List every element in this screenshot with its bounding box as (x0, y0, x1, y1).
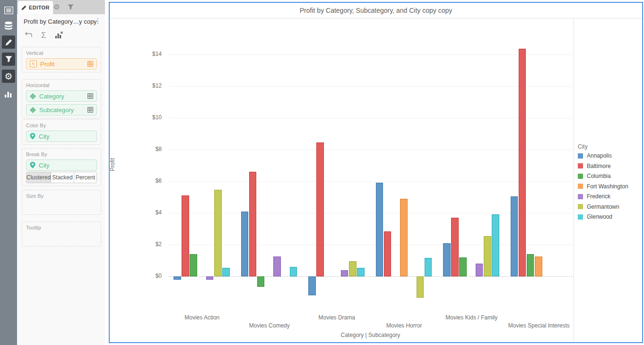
x-axis-title: Category | Subcategory (341, 332, 400, 338)
bar-glenwood-1[interactable] (222, 268, 230, 276)
chart-type-remove-icon[interactable] (55, 31, 63, 40)
grid-table-icon[interactable] (87, 93, 93, 99)
x-category-label: Movies Kids / Family (431, 314, 512, 321)
data-sources-icon[interactable] (0, 19, 17, 32)
settings-gear-icon[interactable]: ⚙ (2, 70, 15, 83)
tab-widget-filters[interactable] (64, 0, 77, 14)
legend-swatch (578, 163, 583, 168)
field-chip-city-break[interactable]: City (26, 159, 97, 171)
x-category-label: Movies Action (162, 314, 242, 321)
bar-columbia-5[interactable] (459, 257, 467, 276)
x-category-label: Movies Drama (296, 314, 377, 321)
zero-baseline (168, 276, 573, 277)
chart-icon[interactable] (0, 87, 17, 100)
bar-germantown-4[interactable] (417, 276, 424, 298)
legend-label: Columbia (587, 173, 611, 179)
field-chip-category[interactable]: Category (26, 90, 97, 102)
bar-glenwood-5[interactable] (492, 214, 499, 276)
left-icon-rail: ⚙ (0, 0, 17, 345)
legend-item-glenwood[interactable]: Glenwood (578, 213, 612, 220)
filter-icon[interactable] (2, 53, 15, 66)
y-tick-label: $8 (133, 146, 162, 152)
legend-item-germantown[interactable]: Germantown (578, 203, 619, 210)
bar-glenwood-4[interactable] (425, 258, 432, 276)
gridline (168, 150, 573, 150)
bar-annapolis-3[interactable] (308, 276, 316, 295)
gridline (168, 54, 573, 55)
grid-table-icon[interactable] (87, 61, 93, 67)
y-tick-label: $4 (133, 209, 162, 216)
bar-baltimore-5[interactable] (451, 218, 459, 276)
edit-pencil-icon[interactable] (2, 35, 15, 49)
undo-arrow-icon[interactable] (25, 31, 33, 40)
bar-baltimore-6[interactable] (519, 49, 526, 276)
bar-glenwood-3[interactable] (357, 268, 365, 276)
field-chip-profit[interactable]: fx Profit (26, 58, 97, 70)
bar-fort-washington-6[interactable] (535, 257, 542, 276)
mode-percent[interactable]: Percent (74, 172, 96, 183)
bar-baltimore-1[interactable] (182, 195, 189, 276)
bar-baltimore-2[interactable] (249, 172, 257, 276)
bar-columbia-1[interactable] (190, 254, 197, 276)
legend-item-annapolis[interactable]: Annapolis (578, 152, 612, 159)
y-tick-label: $10 (133, 114, 162, 121)
legend-title: City (578, 143, 588, 150)
section-size-by[interactable]: Size By (22, 190, 101, 215)
field-chip-city-color[interactable]: City (26, 131, 97, 142)
mode-clustered[interactable]: Clustered (26, 172, 51, 183)
y-tick-label: $12 (133, 82, 162, 89)
bar-columbia-6[interactable] (527, 254, 534, 276)
legend-item-frederick[interactable]: Frederick (578, 193, 610, 200)
bar-fort-washington-4[interactable] (400, 199, 408, 276)
legend-item-baltimore[interactable]: Baltimore (578, 163, 611, 169)
tab-editor[interactable]: EDITOR (18, 1, 53, 14)
y-axis-title: Profit (109, 158, 116, 171)
gridline (168, 86, 573, 87)
section-label: Color By (26, 123, 97, 128)
legend-swatch (578, 194, 583, 199)
section-color-by: Color By City (22, 119, 101, 145)
legend-swatch (578, 214, 583, 220)
fx-formula-icon: fx (30, 61, 37, 67)
bar-annapolis-1[interactable] (174, 276, 181, 280)
section-tooltip[interactable]: Tooltip (22, 221, 101, 247)
bar-annapolis-4[interactable] (376, 183, 383, 276)
section-horizontal: Horizontal Category Subcategory (22, 79, 101, 118)
sigma-formula-icon[interactable]: Σ (41, 31, 46, 40)
bar-glenwood-2[interactable] (290, 267, 297, 276)
widget-menu-kebab-icon[interactable]: ⋮ (95, 17, 101, 25)
bar-columbia-2[interactable] (257, 276, 265, 287)
list-icon[interactable] (0, 4, 17, 17)
chart-plot-area: $0$2$4$6$8$10$12$14ProfitMovies ActionMo… (110, 18, 642, 342)
field-chip-subcategory[interactable]: Subcategory (26, 104, 97, 115)
y-tick-label: $14 (133, 51, 162, 57)
bar-annapolis-6[interactable] (511, 196, 518, 276)
bar-frederick-2[interactable] (273, 257, 281, 276)
bar-baltimore-4[interactable] (384, 231, 392, 276)
bar-baltimore-3[interactable] (316, 142, 324, 276)
location-pin-icon (30, 162, 35, 168)
filter-icon (68, 4, 74, 10)
gridline (168, 118, 573, 118)
chart-title: Profit by Category, Subcategory, and Cit… (110, 3, 642, 18)
bar-frederick-3[interactable] (341, 270, 348, 276)
gridline (168, 181, 573, 182)
bar-germantown-5[interactable] (484, 236, 491, 276)
legend-item-columbia[interactable]: Columbia (578, 173, 611, 179)
grid-table-icon[interactable] (87, 107, 93, 113)
bar-frederick-1[interactable] (206, 276, 214, 280)
bar-germantown-3[interactable] (349, 261, 357, 276)
bar-frederick-5[interactable] (476, 264, 483, 276)
section-break-by: Break By City Clustered Stacked Percent (22, 148, 101, 186)
bar-annapolis-2[interactable] (241, 212, 249, 276)
y-tick-label: $2 (133, 241, 162, 248)
mode-stacked[interactable]: Stacked (51, 172, 74, 183)
tab-design-settings[interactable]: ⚙ (50, 0, 63, 14)
bar-germantown-1[interactable] (214, 190, 222, 276)
bar-annapolis-5[interactable] (443, 243, 451, 276)
legend-item-fort-washington[interactable]: Fort Washington (578, 183, 628, 190)
legend-label: Fort Washington (587, 183, 628, 190)
section-vertical: Vertical fx Profit (22, 47, 101, 72)
chart-widget[interactable]: Profit by Category, Subcategory, and Cit… (109, 2, 643, 343)
y-tick-label: $0 (133, 273, 162, 279)
